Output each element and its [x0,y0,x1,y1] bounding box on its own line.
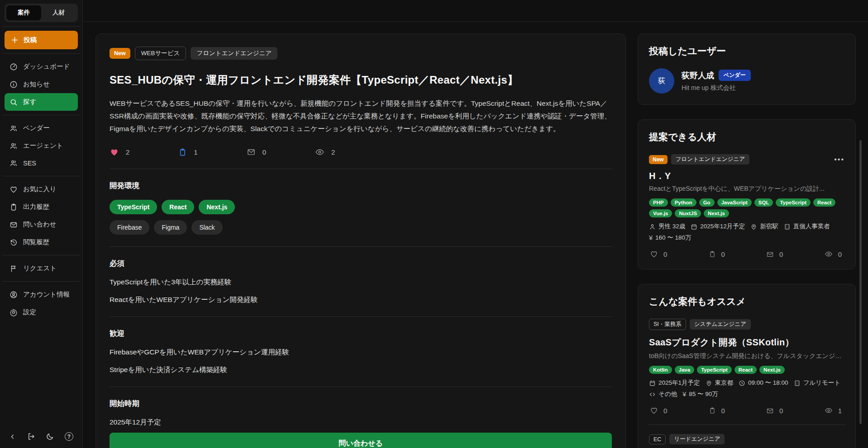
recommended-work-time: 09:00 〜 18:00 [739,379,788,387]
logout-icon[interactable] [27,432,35,441]
sidebar-item-favorites[interactable]: お気に入り [5,180,78,198]
collapse-sidebar-icon[interactable] [9,433,16,440]
yen-icon: ¥ [649,234,653,241]
mails-stat[interactable]: 0 [766,406,783,415]
role-badge[interactable]: リードエンジニア [669,434,725,444]
skill-tag[interactable]: JavaScript [717,198,752,207]
skill-tag[interactable]: SQL [754,198,773,207]
sidebar-item-search[interactable]: 探す [5,93,78,111]
skill-tag[interactable]: React [813,198,835,207]
sidebar-nav: ダッシュボード お知らせ 探す ベンダー エージェント SES [5,58,78,321]
category-badge[interactable]: WEBサービス [135,47,186,60]
recommended-skill-tags: KotlinJavaTypeScriptReactNext.js [649,366,844,374]
sidebar-item-label: エージェント [23,141,63,150]
skill-tag[interactable]: React [734,366,757,374]
category-badge[interactable]: SI・業務系 [649,319,686,330]
user-circle-icon [10,291,18,299]
tool-tag[interactable]: Slack [191,220,222,235]
sidebar-item-news[interactable]: お知らせ [5,75,78,93]
views-stat: 1 [825,406,842,415]
skill-tag[interactable]: React [162,200,194,214]
tool-tag[interactable]: Firebase [110,220,149,235]
talent-skill-tags: PHPPythonGoJavaScriptSQLTypeScriptReactV… [649,198,844,217]
likes-stat[interactable]: 0 [650,406,667,415]
skill-tag[interactable]: Next.js [704,209,729,217]
skill-tag[interactable]: TypeScript [697,366,732,374]
skill-tag[interactable]: NuxtJS [675,209,701,217]
role-badge[interactable]: システムエンジニア [690,319,751,330]
sidebar-item-settings[interactable]: 設定 [5,303,78,321]
mails-count: 0 [262,148,266,156]
sidebar-item-label: 設定 [23,308,36,316]
required-item: Reactを用いたWEBアプリケーション開発経験 [110,295,612,305]
more-options-icon[interactable]: ••• [834,156,844,164]
posted-user-card: 投稿したユーザー 荻 荻野人成 ベンダー Hit me up 株式会社 [638,33,856,105]
skill-tag[interactable]: Vue.js [649,209,672,217]
clips-stat[interactable]: 1 [178,148,197,156]
sidebar-item-output-history[interactable]: 出力履歴 [5,198,78,216]
role-badge[interactable]: フロントエンドエンジニア [671,154,750,165]
sidebar-item-ses[interactable]: SES [5,155,78,172]
inquire-button[interactable]: 問い合わせる [110,433,612,448]
talent-badges: New フロントエンドエンジニア ••• [649,154,844,165]
likes-stat[interactable]: 0 [650,250,667,258]
help-icon[interactable]: ? [65,432,73,441]
likes-stat[interactable]: 2 [110,147,129,157]
tab-talent[interactable]: 人材 [41,5,76,20]
divider [3,26,80,27]
users-icon [10,142,18,150]
category-badge[interactable]: EC [649,434,666,444]
map-pin-icon [750,223,757,230]
post-button[interactable]: 投稿 [5,31,78,49]
sidebar-item-requests[interactable]: リクエスト [5,259,78,277]
mails-stat[interactable]: 0 [247,147,266,156]
person-icon [649,223,656,230]
next-recommended-badges: EC リードエンジニア [649,434,844,444]
sidebar-item-vendor[interactable]: ベンダー [5,119,78,137]
dark-mode-moon-icon[interactable] [46,432,54,441]
skill-tag[interactable]: Next.js [199,200,235,214]
avatar[interactable]: 荻 [649,68,674,94]
tab-projects[interactable]: 案件 [6,5,41,20]
sidebar-item-view-history[interactable]: 閲覧履歴 [5,233,78,251]
sidebar-footer: ? [5,429,78,442]
skill-tag[interactable]: TypeScript [110,200,157,214]
sidebar-item-label: 探す [23,98,36,106]
skill-tag[interactable]: TypeScript [776,198,811,207]
skill-tag[interactable]: Go [699,198,715,207]
role-badge[interactable]: フロントエンドエンジニア [191,47,277,60]
eye-icon [825,250,833,258]
welcome-item: FirebaseやGCPを用いたWEBアプリケーション運用経験 [110,348,612,357]
tool-tag[interactable]: Figma [154,220,187,235]
talent-stats-row: 0 0 0 0 [649,250,844,258]
recommended-badges: SI・業務系 システムエンジニア [649,319,844,330]
sidebar-item-label: ダッシュボード [23,62,70,71]
gauge-icon [10,63,18,71]
entity-tab-switch: 案件 人材 [5,4,78,22]
clips-stat[interactable]: 0 [709,250,725,258]
recommended-title[interactable]: SaaSプロダクト開発（SSKotlin） [649,336,844,349]
skill-tag[interactable]: Next.js [759,366,785,374]
calendar-icon [691,223,697,230]
sidebar-item-agent[interactable]: エージェント [5,137,78,155]
proposable-talent-heading: 提案できる人材 [649,131,844,143]
sidebar-item-dashboard[interactable]: ダッシュボード [5,58,78,75]
sidebar-item-inquiries[interactable]: 問い合わせ [5,216,78,233]
skill-tag[interactable]: Java [675,366,695,374]
heart-icon [650,406,658,415]
scrollbar-thumb[interactable] [859,140,862,424]
mails-stat[interactable]: 0 [766,250,783,258]
talent-name[interactable]: H . Y [649,171,844,181]
calendar-icon [649,380,656,387]
clips-stat[interactable]: 0 [709,406,725,415]
clipboard-icon [709,250,716,258]
posted-user-name[interactable]: 荻野人成 [682,70,714,81]
skill-tag[interactable]: Python [671,198,696,207]
posted-user-row[interactable]: 荻 荻野人成 ベンダー Hit me up 株式会社 [649,68,844,94]
recommended-place: 東京都 [706,379,734,387]
skill-tag[interactable]: Kotlin [649,366,672,374]
divider [110,169,612,169]
sidebar-item-account[interactable]: アカウント情報 [5,286,78,303]
skill-tag[interactable]: PHP [649,198,668,207]
search-icon [10,98,18,106]
